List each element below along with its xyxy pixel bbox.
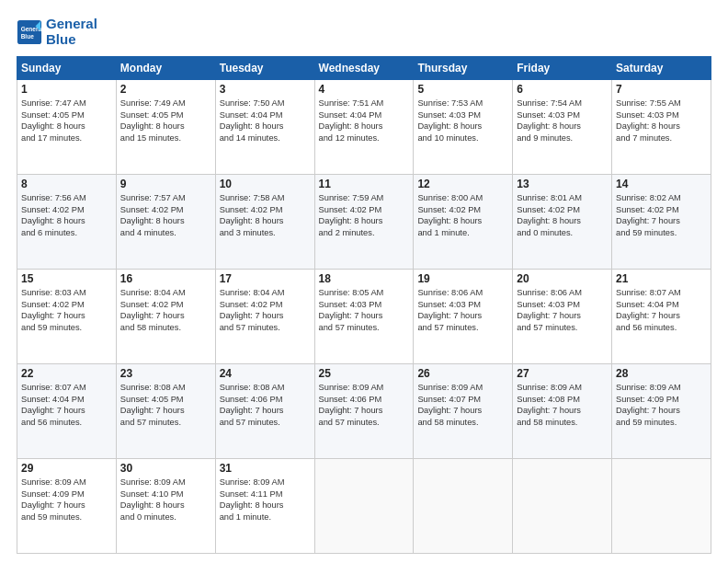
day-cell: 31Sunrise: 8:09 AM Sunset: 4:11 PM Dayli… (215, 459, 314, 554)
logo: General Blue General Blue (17, 17, 97, 47)
day-info: Sunrise: 8:06 AM Sunset: 4:03 PM Dayligh… (517, 287, 608, 333)
day-number: 27 (517, 367, 608, 380)
calendar-header-row: SundayMondayTuesdayWednesdayThursdayFrid… (17, 57, 711, 80)
day-cell: 23Sunrise: 8:08 AM Sunset: 4:05 PM Dayli… (116, 364, 215, 459)
day-number: 4 (319, 83, 410, 96)
day-cell: 13Sunrise: 8:01 AM Sunset: 4:02 PM Dayli… (513, 175, 612, 270)
day-info: Sunrise: 8:08 AM Sunset: 4:06 PM Dayligh… (220, 382, 311, 428)
day-number: 26 (417, 367, 508, 380)
day-cell: 17Sunrise: 8:04 AM Sunset: 4:02 PM Dayli… (215, 270, 314, 364)
week-row-4: 22Sunrise: 8:07 AM Sunset: 4:04 PM Dayli… (17, 364, 711, 459)
day-cell (314, 459, 414, 554)
day-info: Sunrise: 7:49 AM Sunset: 4:05 PM Dayligh… (120, 98, 211, 144)
day-cell: 11Sunrise: 7:59 AM Sunset: 4:02 PM Dayli… (314, 175, 414, 270)
day-info: Sunrise: 8:03 AM Sunset: 4:02 PM Dayligh… (21, 287, 112, 333)
day-number: 22 (21, 367, 112, 380)
day-number: 5 (417, 83, 508, 96)
day-info: Sunrise: 7:53 AM Sunset: 4:03 PM Dayligh… (417, 98, 508, 144)
day-number: 19 (417, 272, 508, 285)
day-info: Sunrise: 8:02 AM Sunset: 4:02 PM Dayligh… (616, 192, 707, 238)
day-cell: 30Sunrise: 8:09 AM Sunset: 4:10 PM Dayli… (116, 459, 215, 554)
day-number: 29 (21, 462, 112, 475)
day-cell: 20Sunrise: 8:06 AM Sunset: 4:03 PM Dayli… (513, 270, 612, 364)
day-number: 6 (517, 83, 608, 96)
day-info: Sunrise: 7:51 AM Sunset: 4:04 PM Dayligh… (319, 98, 410, 144)
day-cell (612, 459, 711, 554)
svg-text:Blue: Blue (21, 33, 34, 40)
calendar-table: SundayMondayTuesdayWednesdayThursdayFrid… (17, 56, 711, 554)
week-row-3: 15Sunrise: 8:03 AM Sunset: 4:02 PM Dayli… (17, 270, 711, 364)
day-cell: 25Sunrise: 8:09 AM Sunset: 4:06 PM Dayli… (314, 364, 414, 459)
day-number: 28 (616, 367, 707, 380)
day-number: 13 (517, 178, 608, 190)
col-header-wednesday: Wednesday (314, 57, 414, 80)
day-info: Sunrise: 8:00 AM Sunset: 4:02 PM Dayligh… (417, 192, 508, 238)
day-number: 12 (417, 178, 508, 190)
day-cell: 24Sunrise: 8:08 AM Sunset: 4:06 PM Dayli… (215, 364, 314, 459)
day-number: 18 (319, 272, 410, 285)
day-info: Sunrise: 7:55 AM Sunset: 4:03 PM Dayligh… (616, 98, 707, 144)
day-info: Sunrise: 7:47 AM Sunset: 4:05 PM Dayligh… (21, 98, 112, 144)
col-header-tuesday: Tuesday (215, 57, 314, 80)
logo-text: General (46, 17, 97, 32)
day-number: 14 (616, 178, 707, 190)
day-info: Sunrise: 8:09 AM Sunset: 4:09 PM Dayligh… (616, 382, 707, 428)
day-info: Sunrise: 7:58 AM Sunset: 4:02 PM Dayligh… (220, 192, 311, 238)
col-header-saturday: Saturday (612, 57, 711, 80)
day-cell: 19Sunrise: 8:06 AM Sunset: 4:03 PM Dayli… (414, 270, 513, 364)
day-cell: 7Sunrise: 7:55 AM Sunset: 4:03 PM Daylig… (612, 80, 711, 175)
day-info: Sunrise: 8:09 AM Sunset: 4:07 PM Dayligh… (417, 382, 508, 428)
logo-text2: Blue (46, 32, 97, 48)
day-info: Sunrise: 8:07 AM Sunset: 4:04 PM Dayligh… (616, 287, 707, 333)
day-cell: 16Sunrise: 8:04 AM Sunset: 4:02 PM Dayli… (116, 270, 215, 364)
day-cell: 14Sunrise: 8:02 AM Sunset: 4:02 PM Dayli… (612, 175, 711, 270)
col-header-sunday: Sunday (17, 57, 117, 80)
day-number: 1 (21, 83, 112, 96)
day-number: 21 (616, 272, 707, 285)
col-header-monday: Monday (116, 57, 215, 80)
day-number: 8 (21, 178, 112, 190)
day-info: Sunrise: 8:05 AM Sunset: 4:03 PM Dayligh… (319, 287, 410, 333)
day-number: 7 (616, 83, 707, 96)
day-cell: 4Sunrise: 7:51 AM Sunset: 4:04 PM Daylig… (314, 80, 414, 175)
day-info: Sunrise: 7:56 AM Sunset: 4:02 PM Dayligh… (21, 192, 112, 238)
day-cell: 18Sunrise: 8:05 AM Sunset: 4:03 PM Dayli… (314, 270, 414, 364)
day-info: Sunrise: 8:06 AM Sunset: 4:03 PM Dayligh… (417, 287, 508, 333)
day-cell: 5Sunrise: 7:53 AM Sunset: 4:03 PM Daylig… (414, 80, 513, 175)
day-info: Sunrise: 8:09 AM Sunset: 4:11 PM Dayligh… (220, 477, 311, 523)
day-number: 15 (21, 272, 112, 285)
day-cell: 9Sunrise: 7:57 AM Sunset: 4:02 PM Daylig… (116, 175, 215, 270)
header: General Blue General Blue (17, 17, 711, 47)
day-cell (513, 459, 612, 554)
day-cell: 10Sunrise: 7:58 AM Sunset: 4:02 PM Dayli… (215, 175, 314, 270)
day-number: 31 (220, 462, 311, 475)
logo-icon: General Blue (17, 19, 42, 45)
day-info: Sunrise: 7:57 AM Sunset: 4:02 PM Dayligh… (120, 192, 211, 238)
day-cell: 3Sunrise: 7:50 AM Sunset: 4:04 PM Daylig… (215, 80, 314, 175)
day-info: Sunrise: 8:09 AM Sunset: 4:09 PM Dayligh… (21, 477, 112, 523)
day-number: 20 (517, 272, 608, 285)
day-cell: 21Sunrise: 8:07 AM Sunset: 4:04 PM Dayli… (612, 270, 711, 364)
day-info: Sunrise: 8:04 AM Sunset: 4:02 PM Dayligh… (120, 287, 211, 333)
day-cell: 29Sunrise: 8:09 AM Sunset: 4:09 PM Dayli… (17, 459, 117, 554)
day-info: Sunrise: 7:59 AM Sunset: 4:02 PM Dayligh… (319, 192, 410, 238)
day-cell: 26Sunrise: 8:09 AM Sunset: 4:07 PM Dayli… (414, 364, 513, 459)
day-info: Sunrise: 8:08 AM Sunset: 4:05 PM Dayligh… (120, 382, 211, 428)
day-number: 9 (120, 178, 211, 190)
week-row-2: 8Sunrise: 7:56 AM Sunset: 4:02 PM Daylig… (17, 175, 711, 270)
day-cell: 22Sunrise: 8:07 AM Sunset: 4:04 PM Dayli… (17, 364, 117, 459)
col-header-thursday: Thursday (414, 57, 513, 80)
day-info: Sunrise: 7:50 AM Sunset: 4:04 PM Dayligh… (220, 98, 311, 144)
calendar-page: General Blue General Blue SundayMondayTu… (0, 0, 728, 563)
day-info: Sunrise: 8:07 AM Sunset: 4:04 PM Dayligh… (21, 382, 112, 428)
day-cell: 6Sunrise: 7:54 AM Sunset: 4:03 PM Daylig… (513, 80, 612, 175)
week-row-1: 1Sunrise: 7:47 AM Sunset: 4:05 PM Daylig… (17, 80, 711, 175)
day-info: Sunrise: 8:09 AM Sunset: 4:10 PM Dayligh… (120, 477, 211, 523)
day-info: Sunrise: 8:04 AM Sunset: 4:02 PM Dayligh… (220, 287, 311, 333)
day-cell: 27Sunrise: 8:09 AM Sunset: 4:08 PM Dayli… (513, 364, 612, 459)
day-number: 2 (120, 83, 211, 96)
day-number: 10 (220, 178, 311, 190)
day-number: 11 (319, 178, 410, 190)
day-number: 23 (120, 367, 211, 380)
week-row-5: 29Sunrise: 8:09 AM Sunset: 4:09 PM Dayli… (17, 459, 711, 554)
